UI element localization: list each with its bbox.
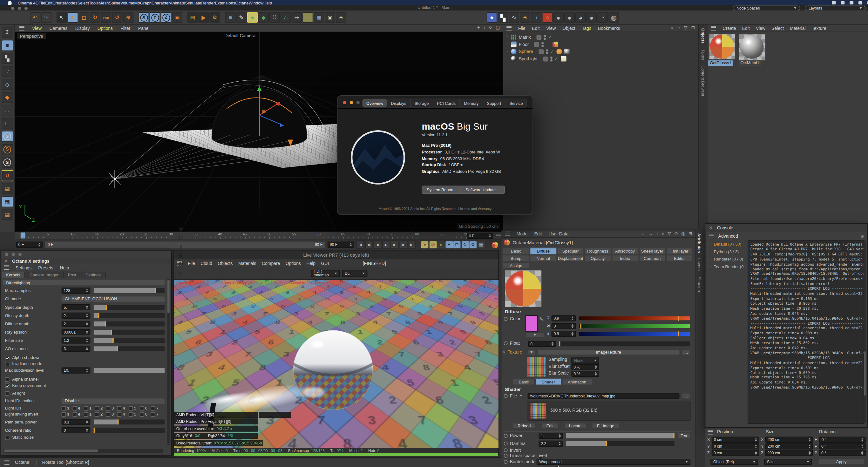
material-menu-item[interactable]: Material xyxy=(790,26,806,31)
record-button[interactable]: + xyxy=(445,241,453,248)
light-linking-checkbox[interactable] xyxy=(106,412,111,416)
r-slider[interactable] xyxy=(579,316,690,320)
system-report-button[interactable]: System Report… xyxy=(422,186,462,194)
light-linking-checkbox[interactable] xyxy=(151,412,155,416)
octane-tab[interactable]: Camera Imager xyxy=(25,272,64,278)
material-channel-tab[interactable]: Roughness xyxy=(584,248,611,254)
tex-button[interactable]: Tex xyxy=(677,433,691,439)
mode-icon[interactable]: ◇ xyxy=(1,79,13,90)
toolbar-icon[interactable] xyxy=(220,12,224,23)
attr-corner-icon[interactable]: ⌕ xyxy=(662,231,664,236)
octane-toolbar-icon[interactable]: ● xyxy=(586,12,597,23)
material-menu-item[interactable]: Edit xyxy=(742,26,750,31)
record-button[interactable]: ● xyxy=(437,241,444,248)
toolbar-icon[interactable]: ↖ xyxy=(57,12,67,23)
timeline-menu-icon[interactable] xyxy=(496,234,501,238)
record-button[interactable]: ● xyxy=(421,241,429,248)
material-channel-tab[interactable]: Bump xyxy=(503,255,529,261)
position-field[interactable]: 0 cm xyxy=(711,449,760,456)
toolbar-icon[interactable]: Y xyxy=(150,12,160,23)
zoom-button[interactable] xyxy=(25,7,28,10)
gamma-slider[interactable] xyxy=(566,441,675,446)
lv-tool-icon[interactable]: ‖ xyxy=(176,242,185,251)
object-row-matrix[interactable]: ⊦ Matrix ∕✓ xyxy=(503,34,698,41)
texture-tag-icon[interactable] xyxy=(553,42,558,47)
minimize-button[interactable] xyxy=(12,253,15,256)
border-mode-dropdown[interactable]: Wrap around xyxy=(536,459,690,465)
b-field[interactable]: 0.9 xyxy=(552,331,576,337)
material-channel-tab[interactable]: Film layer xyxy=(666,248,693,254)
attr-menu-edit[interactable]: Edit xyxy=(534,231,542,236)
linear-space-invert-checkbox[interactable] xyxy=(555,465,559,467)
octane-tab[interactable]: Settings xyxy=(81,272,106,278)
light-id-checkbox[interactable] xyxy=(151,406,155,410)
viewport-menu-options[interactable]: Options xyxy=(97,26,113,31)
texture-tag-icon[interactable] xyxy=(564,49,569,54)
menu-icon[interactable] xyxy=(709,234,714,238)
light-id-checkbox[interactable] xyxy=(95,406,99,410)
om-corner-icon[interactable]: ▽ xyxy=(684,25,687,31)
menubar-item[interactable]: Simulate xyxy=(185,1,201,5)
menu-icon[interactable] xyxy=(505,231,510,236)
gi-mode-dropdown[interactable]: GI_AMBIENT_OCCLUSION xyxy=(62,296,164,302)
about-tab[interactable]: Service xyxy=(505,99,527,107)
toolbar-icon[interactable]: ↺ xyxy=(112,12,122,23)
lv-menu-item[interactable]: GUI xyxy=(321,261,329,266)
record-button[interactable]: ↻ xyxy=(461,241,469,248)
zoom-button[interactable] xyxy=(19,253,22,256)
ao-distance-field[interactable]: 3. xyxy=(62,346,91,352)
glossy-depth-slider[interactable] xyxy=(94,313,164,318)
light-id-checkbox[interactable] xyxy=(140,406,144,410)
menu-icon[interactable] xyxy=(4,460,9,465)
mode-icon[interactable]: ▱ xyxy=(1,105,13,116)
toolbar-icon[interactable]: ∴ xyxy=(281,12,291,23)
ai-light-checkbox[interactable] xyxy=(5,391,9,396)
toolbar-icon[interactable]: ◻ xyxy=(79,12,89,23)
size-mode-dropdown[interactable]: Size xyxy=(764,459,812,465)
size-field[interactable]: 200 cm xyxy=(765,443,813,449)
transport-button[interactable]: |▶ xyxy=(399,241,407,249)
menubar-item[interactable]: File xyxy=(38,1,45,5)
toolbar-icon[interactable]: ↻ xyxy=(90,12,100,23)
toolbar-icon[interactable]: ⠿ xyxy=(270,12,280,23)
toolbar-icon[interactable]: ◆ xyxy=(258,12,269,23)
phong-tag-icon[interactable] xyxy=(556,49,561,54)
om-corner-icon[interactable]: ⊞ xyxy=(691,25,695,31)
octane-toolbar-icon[interactable]: ▚ xyxy=(498,12,508,23)
shader-sub-tab[interactable]: Basic xyxy=(513,378,535,385)
menubar-item[interactable]: Character xyxy=(152,1,170,5)
float-slider[interactable] xyxy=(559,341,690,346)
om-corner-icon[interactable]: ⌕ xyxy=(671,25,674,31)
lv-menu-item[interactable]: Options xyxy=(286,261,301,266)
transport-button[interactable]: ◀ xyxy=(374,241,381,249)
close-icon[interactable]: ✕ xyxy=(709,225,713,230)
mode-icon[interactable]: ∪ xyxy=(1,170,13,181)
texture-thumbnail[interactable] xyxy=(528,357,546,377)
octane-toolbar-icon[interactable]: ☀ xyxy=(520,12,530,23)
mode-icon[interactable]: ■ xyxy=(1,40,13,51)
octane-menu-presets[interactable]: Presets xyxy=(38,265,53,270)
close-circle-icon[interactable]: ⊗ xyxy=(860,234,864,239)
console-tree-item[interactable]: Python (3 / 3) xyxy=(708,249,743,254)
console-tree-item[interactable]: Renderer (0 / 0) xyxy=(708,257,743,262)
layer-toggle[interactable]: ∕ xyxy=(538,49,544,54)
light-id-checkbox[interactable] xyxy=(117,406,122,410)
viewport-menu-panel[interactable]: Panel xyxy=(138,26,150,31)
om-menu-edit[interactable]: Edit xyxy=(532,26,539,31)
enable-dots[interactable] xyxy=(550,56,553,62)
filter-size-slider[interactable] xyxy=(94,338,164,343)
menubar-item[interactable]: Octane xyxy=(235,1,248,5)
menubar-item[interactable]: Render xyxy=(201,1,215,5)
color-swatch[interactable] xyxy=(526,315,537,332)
menu-icon[interactable] xyxy=(20,26,25,31)
rotation-field[interactable]: 0 ° xyxy=(819,449,865,456)
close-button[interactable] xyxy=(11,7,14,10)
attr-corner-icon[interactable]: ▽ xyxy=(668,231,671,236)
file-action-button[interactable]: Edit xyxy=(541,423,559,429)
rotation-field[interactable]: 0 ° xyxy=(819,436,866,442)
lv-menu-item[interactable]: Materials xyxy=(238,261,256,266)
menu-icon[interactable] xyxy=(4,266,9,270)
material-preview[interactable] xyxy=(505,270,541,307)
size-field[interactable]: 200 cm xyxy=(765,449,813,456)
ray-epsilon-slider[interactable] xyxy=(94,330,164,335)
